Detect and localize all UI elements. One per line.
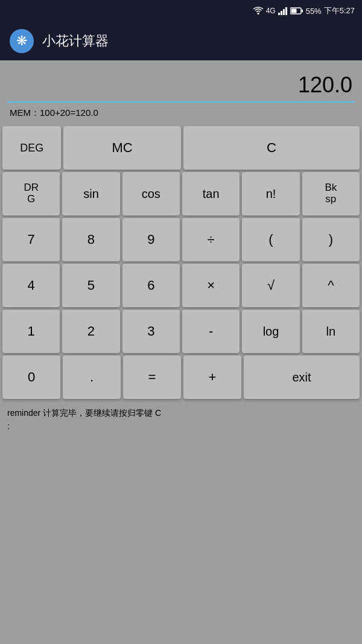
network-type: 4G: [266, 7, 276, 15]
mc-button[interactable]: MC: [63, 126, 181, 170]
mem-display: MEM：100+20=120.0: [7, 105, 355, 124]
factorial-button[interactable]: n!: [242, 172, 299, 215]
power-button[interactable]: ^: [302, 264, 360, 307]
status-icons: 4G 55% 下午5:27: [253, 5, 355, 16]
9-button[interactable]: 9: [122, 218, 180, 261]
reminder-line2: :: [7, 419, 355, 433]
equals-button[interactable]: =: [123, 355, 181, 399]
button-row-5: 0 . = + exit: [2, 355, 360, 399]
buttons-area: DEG MC C DRG sin cos tan n! Bksp 7 8 9 ÷…: [0, 124, 362, 401]
battery-icon: [290, 7, 303, 14]
svg-rect-2: [281, 11, 282, 15]
c-button[interactable]: C: [183, 126, 360, 170]
app-title: 小花计算器: [42, 32, 109, 50]
display-value: 120.0: [298, 72, 352, 98]
rparen-button[interactable]: ): [302, 218, 360, 261]
1-button[interactable]: 1: [2, 310, 60, 353]
signal-icon: [278, 7, 288, 15]
status-bar: 4G 55% 下午5:27: [0, 0, 362, 22]
backspace-button[interactable]: Bksp: [302, 172, 360, 215]
7-button[interactable]: 7: [2, 218, 60, 261]
svg-rect-4: [285, 7, 287, 15]
time-display: 下午5:27: [324, 5, 355, 16]
multiply-button[interactable]: ×: [182, 264, 240, 307]
4-button[interactable]: 4: [2, 264, 60, 307]
mem-value: MEM：100+20=120.0: [10, 107, 98, 118]
display-underline: [7, 101, 355, 103]
exit-button[interactable]: exit: [244, 355, 360, 399]
app-bar: ❋ 小花计算器: [0, 22, 362, 60]
cos-button[interactable]: cos: [122, 172, 180, 215]
button-row-3: 4 5 6 × √ ^: [2, 264, 360, 307]
reminder-text: reminder 计算完毕，要继续请按归零键 C :: [7, 406, 355, 433]
ln-button[interactable]: ln: [302, 310, 360, 353]
display-area: 120.0 MEM：100+20=120.0: [0, 60, 362, 124]
6-button[interactable]: 6: [122, 264, 180, 307]
bottom-area: reminder 计算完毕，要继续请按归零键 C :: [0, 401, 362, 450]
deg-button[interactable]: DEG: [2, 126, 61, 170]
wifi-icon: [253, 7, 264, 15]
svg-rect-1: [278, 13, 280, 15]
lparen-button[interactable]: (: [242, 218, 299, 261]
main-display: 120.0: [7, 65, 355, 101]
8-button[interactable]: 8: [62, 218, 119, 261]
svg-rect-7: [291, 9, 296, 13]
svg-point-0: [257, 13, 259, 14]
reminder-line1: reminder 计算完毕，要继续请按归零键 C: [7, 406, 355, 419]
button-row-1: DRG sin cos tan n! Bksp: [2, 172, 360, 215]
calculator: 120.0 MEM：100+20=120.0 DEG MC C DRG sin …: [0, 60, 362, 644]
tan-button[interactable]: tan: [182, 172, 240, 215]
svg-rect-3: [283, 9, 285, 15]
button-row-0: DEG MC C: [2, 126, 360, 170]
3-button[interactable]: 3: [122, 310, 180, 353]
rest-screen: [0, 450, 362, 644]
log-button[interactable]: log: [242, 310, 299, 353]
sin-button[interactable]: sin: [62, 172, 119, 215]
button-row-4: 1 2 3 - log ln: [2, 310, 360, 353]
divide-button[interactable]: ÷: [182, 218, 240, 261]
app-icon: ❋: [10, 29, 34, 53]
2-button[interactable]: 2: [62, 310, 119, 353]
sqrt-button[interactable]: √: [242, 264, 299, 307]
battery-percent: 55%: [306, 7, 322, 16]
app-icon-symbol: ❋: [16, 33, 27, 49]
button-row-2: 7 8 9 ÷ ( ): [2, 218, 360, 261]
subtract-button[interactable]: -: [182, 310, 240, 353]
5-button[interactable]: 5: [62, 264, 119, 307]
0-button[interactable]: 0: [2, 355, 60, 399]
drg-button[interactable]: DRG: [2, 172, 60, 215]
dot-button[interactable]: .: [63, 355, 121, 399]
add-button[interactable]: +: [183, 355, 241, 399]
svg-rect-6: [302, 10, 303, 13]
